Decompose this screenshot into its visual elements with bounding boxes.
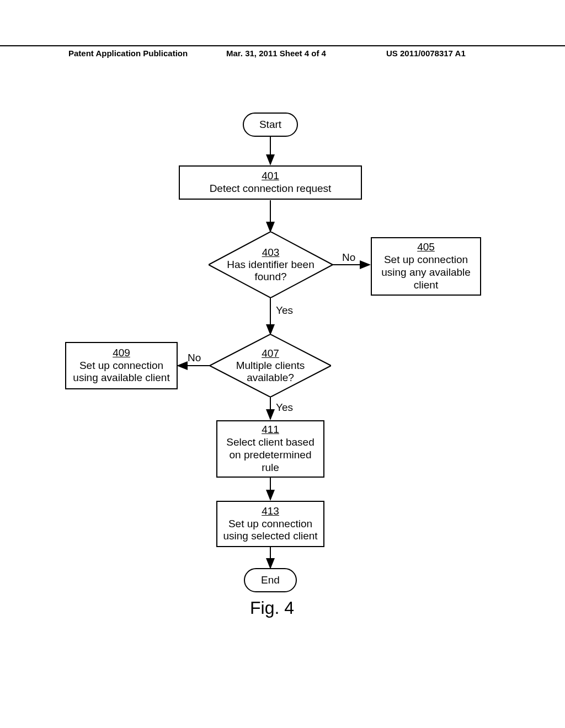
node-405-l3: client bbox=[414, 279, 438, 292]
node-409-l1: Set up connection bbox=[79, 360, 163, 372]
node-407-l1: Multiple clients bbox=[236, 360, 305, 372]
node-start-label: Start bbox=[259, 119, 281, 131]
node-413: 413 Set up connection using selected cli… bbox=[216, 501, 324, 547]
node-end-label: End bbox=[261, 574, 280, 586]
node-403-ref: 403 bbox=[262, 247, 280, 259]
node-407-l2: available? bbox=[247, 372, 294, 384]
edge-label-403-yes: Yes bbox=[276, 304, 293, 317]
node-413-l1: Set up connection bbox=[228, 518, 312, 531]
edge-label-407-no: No bbox=[188, 352, 201, 364]
node-401: 401 Detect connection request bbox=[179, 165, 362, 200]
node-409: 409 Set up connection using available cl… bbox=[65, 342, 178, 389]
node-413-ref: 413 bbox=[262, 505, 279, 518]
node-401-ref: 401 bbox=[262, 170, 279, 183]
node-403-l1: Has identifier been bbox=[227, 259, 314, 271]
node-405: 405 Set up connection using any availabl… bbox=[371, 237, 481, 296]
node-411-l2: on predetermined bbox=[230, 449, 312, 462]
edge-label-403-no: No bbox=[342, 251, 355, 264]
node-411-l3: rule bbox=[262, 462, 279, 474]
node-start: Start bbox=[243, 113, 298, 137]
node-403: 403 Has identifier been found? bbox=[209, 232, 333, 298]
node-end: End bbox=[244, 568, 297, 592]
flowchart: Start 401 Detect connection request 403 … bbox=[0, 0, 565, 728]
node-409-l2: using available client bbox=[73, 372, 169, 384]
node-405-l1: Set up connection bbox=[384, 254, 468, 266]
node-401-text: Detect connection request bbox=[210, 183, 332, 195]
node-409-ref: 409 bbox=[113, 347, 130, 360]
node-407-ref: 407 bbox=[262, 347, 279, 360]
node-405-ref: 405 bbox=[417, 241, 435, 254]
node-413-l2: using selected client bbox=[223, 530, 317, 543]
node-411: 411 Select client based on predetermined… bbox=[216, 420, 324, 478]
node-405-l2: using any available bbox=[381, 266, 471, 279]
edge-label-407-yes: Yes bbox=[276, 402, 293, 414]
node-407: 407 Multiple clients available? bbox=[210, 334, 331, 397]
node-403-l2: found? bbox=[254, 271, 286, 283]
node-411-ref: 411 bbox=[262, 424, 279, 436]
page: Patent Application Publication Mar. 31, … bbox=[0, 0, 565, 728]
node-411-l1: Select client based bbox=[226, 436, 315, 449]
figure-caption: Fig. 4 bbox=[242, 598, 302, 618]
